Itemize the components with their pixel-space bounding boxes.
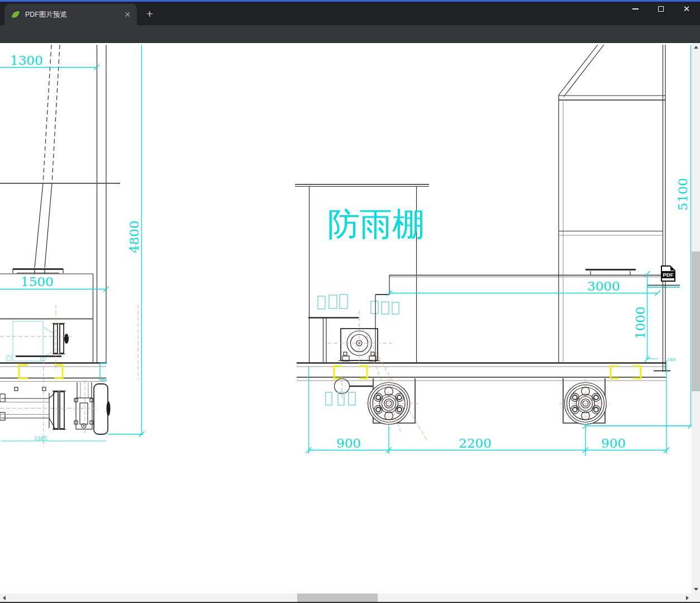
cad-right-view [559, 45, 665, 372]
browser-titlebar: PDF图片预览 ✕ + ✕ [0, 0, 700, 25]
dim-900-left: 900 [336, 436, 361, 450]
window-accent-stripe [0, 0, 700, 2]
tab-title: PDF图片预览 [25, 10, 121, 20]
dim-1000: 1000 [633, 306, 647, 339]
dim-4800: 4800 [127, 220, 141, 253]
horizontal-scrollbar[interactable] [0, 593, 692, 602]
cad-drawing: 1300 4800 1500 1385 防雨棚 [0, 43, 700, 603]
spring-leaf-favicon [11, 10, 20, 19]
scroll-right-arrow-icon[interactable] [686, 596, 689, 600]
window-close-button[interactable]: ✕ [674, 0, 699, 18]
page-content: 1300 4800 1500 1385 防雨棚 [0, 43, 700, 603]
tab-close-icon[interactable]: ✕ [121, 10, 134, 19]
window-maximize-button[interactable] [648, 0, 674, 18]
pdf-badge-fold [670, 265, 675, 270]
vertical-scrollbar-thumb[interactable] [692, 251, 700, 391]
dim-offset: 185 [667, 357, 675, 362]
scroll-up-arrow-icon[interactable] [694, 46, 698, 49]
shed-label: 防雨棚 [327, 205, 425, 243]
dim-1500: 1500 [21, 274, 54, 289]
scroll-left-arrow-icon[interactable] [3, 596, 6, 600]
cad-middle-view: 防雨棚 [295, 184, 680, 441]
vertical-scrollbar[interactable] [692, 43, 700, 593]
scroll-down-arrow-icon[interactable] [694, 588, 698, 591]
pdf-badge-label: PDF [661, 271, 675, 278]
dim-3000: 3000 [587, 279, 620, 293]
dim-5100: 5100 [675, 178, 690, 211]
browser-tab[interactable]: PDF图片预览 ✕ [4, 4, 137, 25]
horizontal-scrollbar-thumb[interactable] [297, 593, 378, 602]
dim-1300: 1300 [10, 53, 43, 68]
cad-left-dimensions: 1300 4800 1500 1385 [0, 45, 145, 441]
dim-900-right: 900 [601, 436, 626, 450]
browser-toolbar: localhost:8012/onlinePreview?url=http%3A… [0, 25, 700, 43]
window-minimize-button[interactable] [622, 0, 648, 18]
dim-1385: 1385 [34, 436, 47, 441]
dim-2200: 2200 [459, 436, 492, 450]
cad-left-view [0, 45, 138, 447]
pdf-file-badge[interactable]: PDF [661, 265, 675, 282]
new-tab-button[interactable]: + [142, 7, 157, 22]
cad-main-dimensions: 3000 1000 185 5100 900 2200 900 [306, 45, 694, 456]
